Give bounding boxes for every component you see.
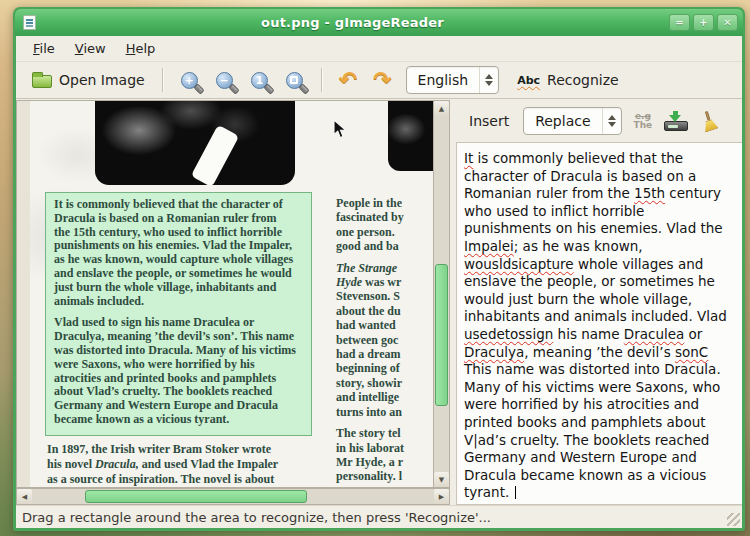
titlebar[interactable]: out.png - gImageReader = + ✕: [15, 9, 743, 36]
menu-file[interactable]: File: [24, 38, 64, 59]
scanned-page[interactable]: It is commonly believed that the charact…: [30, 101, 433, 487]
photo-detail: [191, 125, 239, 185]
scroll-down-button[interactable]: ▼: [434, 472, 449, 487]
broom-head-glyph: [702, 117, 719, 132]
app-window: out.png - gImageReader = + ✕ File View H…: [13, 7, 745, 531]
menu-help[interactable]: Help: [117, 38, 165, 59]
menubar: File View Help: [16, 36, 742, 62]
zoom-fit-icon: [286, 72, 303, 89]
substitutions-icon-bottom: The: [634, 121, 653, 130]
scan-column-2: People in thefascinated byone person.goo…: [336, 196, 433, 484]
window-controls: = + ✕: [669, 14, 738, 31]
status-text: Drag a rectangle around the area to reco…: [22, 510, 491, 525]
rotate-left-button[interactable]: ↶: [331, 69, 365, 91]
ocr-output-toolbar: Insert Replace e.g The: [456, 100, 742, 142]
separator: [321, 68, 322, 92]
zoom-in-button[interactable]: +: [172, 68, 207, 93]
open-image-label: Open Image: [59, 72, 145, 88]
image-pane: It is commonly believed that the charact…: [16, 100, 450, 505]
recognize-button[interactable]: Abc Recognize: [509, 68, 627, 92]
ocr-text-area[interactable]: It is commonly believed that the charact…: [456, 142, 742, 505]
text-caret: [515, 486, 516, 499]
fit-glyph: [290, 76, 298, 84]
drive-slot-glyph: [668, 125, 678, 128]
insert-mode-select[interactable]: Replace: [523, 107, 621, 135]
resize-grip-icon[interactable]: [727, 513, 740, 526]
arrow-down-icon: [485, 81, 493, 86]
save-output-icon[interactable]: [664, 111, 688, 131]
arrow-down-glyph: [669, 115, 681, 122]
scroll-up-button[interactable]: ▲: [434, 101, 449, 116]
zoom-out-icon: −: [216, 72, 233, 89]
mouse-cursor-icon: [333, 119, 347, 140]
scroll-left-button[interactable]: ◀: [17, 489, 32, 504]
app-icon: [23, 15, 36, 30]
scan-photo-left: [95, 101, 295, 185]
folder-icon: [32, 75, 52, 88]
scan-photo-right: [388, 101, 433, 171]
scan-paragraph-1: It is commonly believed that the charact…: [54, 198, 303, 308]
recognize-label: Recognize: [547, 72, 619, 88]
scan-paragraph-below: In 1897, the Irish writer Bram Stoker wr…: [47, 442, 327, 487]
window-title: out.png - gImageReader: [36, 15, 669, 30]
zoom-in-icon: +: [181, 72, 198, 89]
open-image-button[interactable]: Open Image: [24, 68, 153, 92]
vertical-scroll-thumb[interactable]: [435, 264, 448, 406]
language-select[interactable]: English: [406, 66, 500, 94]
zoom-out-button[interactable]: −: [207, 68, 242, 93]
ocr-text: It is commonly believed that the charact…: [464, 150, 727, 500]
maximize-button[interactable]: +: [693, 14, 714, 31]
horizontal-scrollbar[interactable]: ◀ ▶: [16, 488, 450, 505]
zoom-fit-button[interactable]: [277, 68, 312, 93]
broom-handle-glyph: [705, 110, 711, 119]
clear-output-icon[interactable]: [697, 108, 721, 134]
arrow-up-icon: [485, 74, 493, 79]
zoom-original-button[interactable]: 1: [242, 68, 277, 93]
spinner-icon: [479, 67, 498, 93]
main-area: It is commonly believed that the charact…: [16, 100, 742, 505]
arrow-down-icon: [608, 122, 616, 127]
horizontal-scroll-thumb[interactable]: [85, 490, 307, 503]
scroll-right-button[interactable]: ▶: [434, 489, 449, 504]
ocr-output-pane: Insert Replace e.g The: [456, 100, 742, 505]
image-viewport[interactable]: It is commonly believed that the charact…: [16, 100, 433, 488]
insert-mode-value: Replace: [524, 113, 601, 129]
vertical-scrollbar[interactable]: ▲ ▼: [433, 100, 450, 488]
insert-label: Insert: [469, 113, 509, 129]
ocr-icon-group: e.g The: [634, 111, 719, 132]
language-value: English: [407, 72, 480, 88]
statusbar: Drag a rectangle around the area to reco…: [16, 505, 742, 528]
zoom-original-icon: 1: [251, 72, 268, 89]
close-button[interactable]: ✕: [717, 14, 738, 31]
spinner-icon: [602, 108, 621, 134]
toolbar: Open Image + − 1 ↶ ↷ English Abc Recogni…: [16, 62, 742, 99]
arrow-up-icon: [608, 115, 616, 120]
substitutions-icon[interactable]: e.g The: [634, 112, 653, 130]
ocr-selection-region[interactable]: It is commonly believed that the charact…: [45, 192, 312, 436]
separator: [162, 68, 163, 92]
rotate-right-button[interactable]: ↷: [365, 69, 399, 91]
scan-paragraph-2: Vlad used to sign his name Draculea orDr…: [54, 316, 303, 426]
minimize-button[interactable]: =: [669, 14, 690, 31]
menu-view[interactable]: View: [66, 38, 115, 59]
abc-spellcheck-icon: Abc: [517, 74, 540, 87]
